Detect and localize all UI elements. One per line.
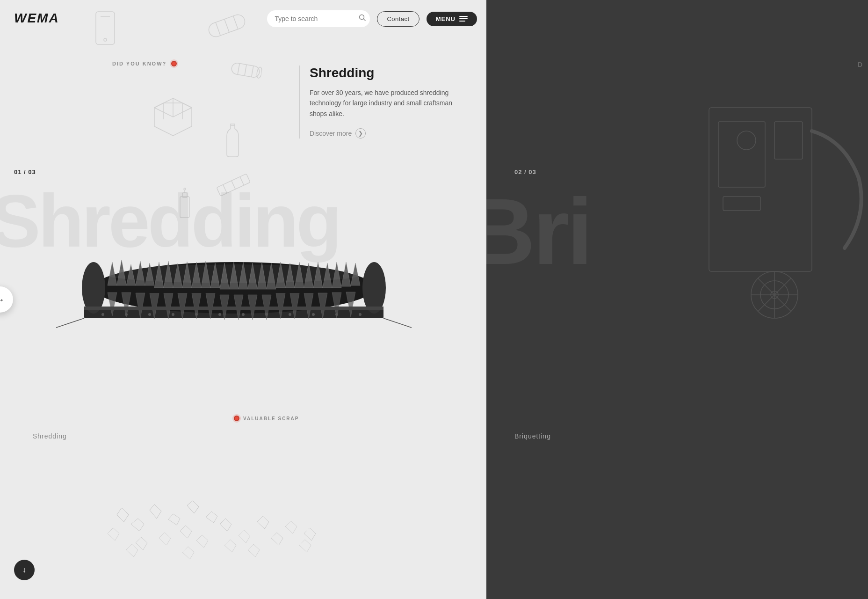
svg-rect-76 <box>84 307 383 310</box>
svg-point-79 <box>148 313 151 316</box>
hamburger-icon <box>459 16 468 22</box>
svg-marker-97 <box>159 533 171 545</box>
svg-marker-101 <box>239 530 250 543</box>
svg-line-21 <box>223 185 227 193</box>
hamburger-line-1 <box>459 16 468 17</box>
svg-point-77 <box>101 313 104 316</box>
floating-plank-icon <box>214 171 254 201</box>
svg-marker-102 <box>257 516 269 529</box>
svg-marker-98 <box>180 526 192 538</box>
arrow-right-icon: → <box>0 294 5 305</box>
svg-point-86 <box>312 313 315 316</box>
right-panel: D 02 / 03 Bri Briquetting <box>486 0 868 599</box>
discover-more-label: Discover more <box>310 130 352 137</box>
svg-point-28 <box>82 262 105 314</box>
svg-marker-95 <box>108 528 119 541</box>
svg-marker-96 <box>136 537 147 550</box>
slide-separator: / <box>24 168 28 175</box>
svg-text:WEMA: WEMA <box>14 11 59 25</box>
svg-point-19 <box>184 188 186 190</box>
svg-rect-111 <box>709 108 812 271</box>
svg-marker-110 <box>299 540 311 552</box>
did-you-know-text: DID YOU KNOW? <box>112 61 166 66</box>
svg-point-75 <box>103 264 365 283</box>
svg-line-23 <box>240 177 244 185</box>
menu-label: MENU <box>436 15 456 22</box>
svg-marker-108 <box>126 544 138 557</box>
svg-marker-105 <box>271 533 283 545</box>
discover-more-link[interactable]: Discover more ❯ <box>310 128 458 139</box>
svg-marker-109 <box>182 547 194 559</box>
right-slide-current: 02 <box>514 168 522 175</box>
logo: WEMA <box>14 7 70 30</box>
svg-point-78 <box>125 313 128 316</box>
svg-marker-104 <box>248 544 260 557</box>
svg-marker-92 <box>168 514 180 525</box>
svg-marker-93 <box>187 501 199 513</box>
content-block: Shredding For over 30 years, we have pro… <box>299 66 458 139</box>
header-right: Contact MENU <box>267 0 486 37</box>
red-dot-indicator <box>171 61 177 66</box>
right-panel-top-label: D <box>858 61 863 68</box>
svg-point-1 <box>360 15 364 20</box>
svg-marker-99 <box>196 535 208 548</box>
svg-rect-115 <box>723 197 760 211</box>
search-bar[interactable] <box>267 10 370 27</box>
valuable-scrap-label: VALUABLE SCRAP <box>243 416 299 421</box>
floating-log2-icon <box>229 61 262 81</box>
right-machine-outline <box>681 84 868 365</box>
floating-bottle-icon <box>224 122 241 161</box>
svg-rect-113 <box>774 122 803 159</box>
svg-point-80 <box>172 313 174 316</box>
svg-point-87 <box>335 313 338 316</box>
did-you-know-section: DID YOU KNOW? <box>112 61 177 66</box>
right-slide-total: 03 <box>528 168 536 175</box>
svg-marker-90 <box>131 519 144 531</box>
svg-point-81 <box>195 313 198 316</box>
right-slide-counter: 02 / 03 <box>514 168 536 175</box>
right-machine-label: Briquetting <box>514 432 551 440</box>
slide-counter: 01 / 03 <box>14 168 36 175</box>
left-panel: WEMA Contact MENU <box>0 0 486 599</box>
svg-point-83 <box>242 313 245 316</box>
machine-label: Shredding <box>33 432 67 440</box>
svg-point-85 <box>289 313 291 316</box>
svg-marker-94 <box>206 511 217 523</box>
slide-total: 03 <box>28 168 36 175</box>
svg-rect-112 <box>718 122 765 187</box>
svg-line-12 <box>245 65 246 76</box>
svg-point-82 <box>218 313 221 316</box>
svg-marker-103 <box>224 540 236 552</box>
svg-line-26 <box>383 318 412 328</box>
svg-line-2 <box>364 19 366 21</box>
svg-line-22 <box>231 181 235 189</box>
chevron-down-icon: ↓ <box>22 566 26 574</box>
menu-button[interactable]: MENU <box>427 12 477 26</box>
svg-point-29 <box>362 262 386 314</box>
discover-more-arrow: ❯ <box>355 128 366 139</box>
section-title: Shredding <box>310 66 458 80</box>
search-input[interactable] <box>275 15 354 22</box>
scrap-pieces <box>94 477 327 571</box>
svg-point-5 <box>104 38 107 41</box>
hamburger-line-2 <box>459 18 468 19</box>
scroll-down-button[interactable]: ↓ <box>14 560 35 580</box>
contact-button[interactable]: Contact <box>377 11 419 27</box>
right-slide-separator: / <box>524 168 528 175</box>
svg-marker-106 <box>285 521 297 533</box>
header: WEMA Contact MENU <box>0 0 486 37</box>
svg-line-25 <box>56 318 84 328</box>
svg-marker-89 <box>117 508 129 522</box>
svg-point-88 <box>359 313 362 316</box>
svg-marker-100 <box>220 519 231 531</box>
svg-point-84 <box>265 313 268 316</box>
slide-current: 01 <box>14 168 22 175</box>
shredder-machine-image <box>56 201 412 342</box>
section-description: For over 30 years, we have produced shre… <box>310 88 458 119</box>
valuable-scrap-dot <box>234 416 239 421</box>
svg-line-11 <box>238 64 239 75</box>
svg-marker-91 <box>150 504 161 519</box>
hamburger-line-3 <box>459 21 465 22</box>
right-background-text: Bri <box>486 178 591 285</box>
svg-point-114 <box>737 131 756 150</box>
